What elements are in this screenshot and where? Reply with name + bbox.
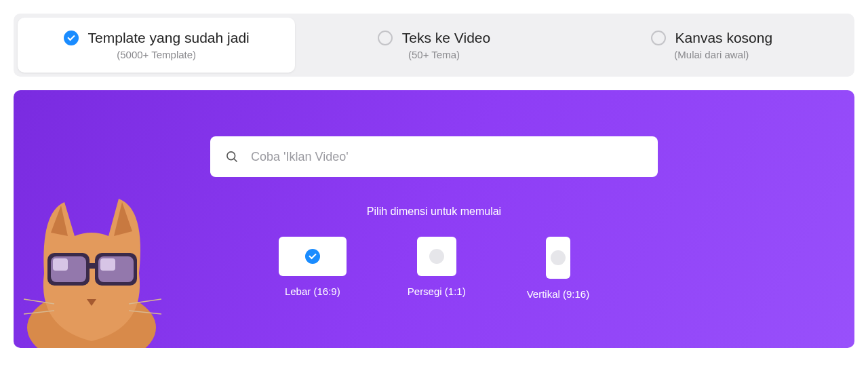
tab-text-to-video[interactable]: Teks ke Video (50+ Tema) <box>295 18 572 73</box>
dimension-wide[interactable]: Lebar (16:9) <box>279 237 347 300</box>
svg-line-11 <box>129 311 161 314</box>
search-icon <box>225 150 239 163</box>
radio-checked-icon <box>64 31 79 45</box>
svg-rect-6 <box>53 258 68 271</box>
dimension-label: Lebar (16:9) <box>285 286 340 297</box>
tab-subtitle: (5000+ Template) <box>117 49 196 60</box>
tab-subtitle: (Mulai dari awal) <box>674 49 749 60</box>
svg-line-9 <box>24 311 54 314</box>
svg-rect-7 <box>100 258 115 271</box>
tab-subtitle: (50+ Tema) <box>408 49 460 60</box>
dot-icon <box>551 250 566 265</box>
tab-title: Kanvas kosong <box>675 30 773 46</box>
tab-ready-templates[interactable]: Template yang sudah jadi (5000+ Template… <box>18 18 295 73</box>
tab-title: Teks ke Video <box>402 30 490 46</box>
aspect-wide-icon <box>279 237 347 276</box>
cat-illustration <box>14 172 170 348</box>
dimension-square[interactable]: Persegi (1:1) <box>408 237 466 300</box>
aspect-vertical-icon <box>546 237 570 279</box>
dimension-label: Persegi (1:1) <box>408 286 466 297</box>
svg-point-0 <box>27 290 156 348</box>
svg-point-12 <box>227 152 235 160</box>
hero-panel: Pilih dimensi untuk memulai Lebar (16:9)… <box>14 90 854 348</box>
svg-rect-1 <box>47 253 90 286</box>
aspect-square-icon <box>417 237 456 276</box>
tab-title: Template yang sudah jadi <box>88 30 250 46</box>
svg-rect-3 <box>88 263 96 269</box>
dimension-vertical[interactable]: Vertikal (9:16) <box>527 237 590 300</box>
svg-rect-2 <box>95 253 137 286</box>
dimension-label: Vertikal (9:16) <box>527 288 590 300</box>
svg-line-13 <box>234 159 237 161</box>
dot-icon <box>429 249 444 264</box>
check-icon <box>305 249 320 264</box>
dimension-options: Lebar (16:9) Persegi (1:1) Vertikal (9:1… <box>279 237 589 300</box>
svg-rect-5 <box>98 256 134 282</box>
radio-unchecked-icon <box>378 31 393 45</box>
search-input[interactable] <box>251 150 643 164</box>
dimension-heading: Pilih dimensi untuk memulai <box>367 206 501 218</box>
svg-rect-4 <box>51 256 86 282</box>
template-search[interactable] <box>210 136 658 177</box>
svg-line-8 <box>24 299 54 304</box>
tab-blank-canvas[interactable]: Kanvas kosong (Mulai dari awal) <box>573 18 850 73</box>
svg-line-10 <box>129 299 161 304</box>
radio-unchecked-icon <box>651 31 666 45</box>
creation-mode-tabs: Template yang sudah jadi (5000+ Template… <box>14 14 854 77</box>
